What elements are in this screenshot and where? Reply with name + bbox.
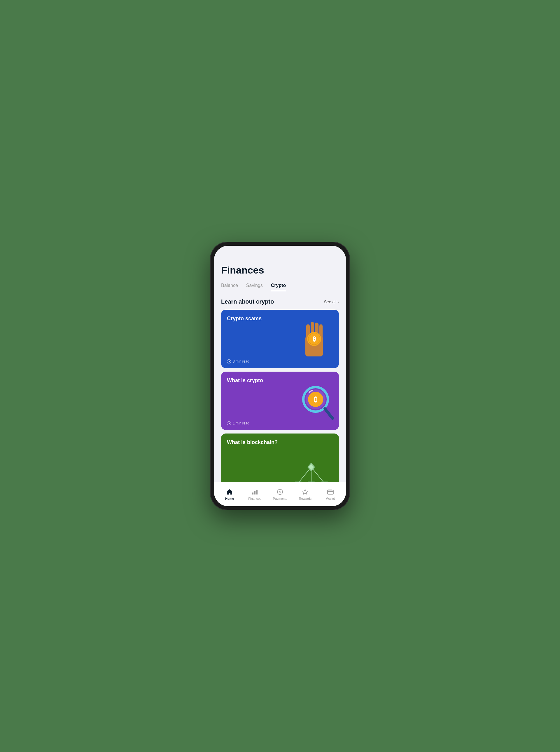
card-read-time: 1 min read xyxy=(227,421,249,425)
card-title: What is blockchain? xyxy=(227,439,278,445)
svg-rect-28 xyxy=(328,489,332,490)
svg-text:₿: ₿ xyxy=(314,395,317,403)
svg-rect-20 xyxy=(320,482,329,482)
nav-payments-label: Payments xyxy=(273,497,287,500)
section-header: Learn about crypto See all › xyxy=(221,298,339,305)
section-title: Learn about crypto xyxy=(221,298,274,305)
nav-finances[interactable]: Finances xyxy=(242,488,267,500)
nav-rewards[interactable]: Rewards xyxy=(293,488,318,500)
tab-balance[interactable]: Balance xyxy=(221,283,238,291)
clock-icon xyxy=(227,421,231,425)
nav-home[interactable]: Home xyxy=(217,488,242,500)
rewards-icon xyxy=(301,488,309,496)
svg-rect-21 xyxy=(252,493,254,495)
payments-icon: $ xyxy=(276,488,284,496)
phone-frame: Finances Balance Savings Crypto Learn ab… xyxy=(210,242,350,510)
svg-rect-26 xyxy=(327,490,333,494)
nav-wallet[interactable]: Wallet xyxy=(318,488,343,500)
cards-container: Crypto scams ₿ xyxy=(221,310,339,482)
svg-rect-22 xyxy=(254,491,256,495)
nav-finances-label: Finances xyxy=(248,497,261,500)
hand-bitcoin-illustration: ₿ xyxy=(295,313,333,359)
tab-crypto[interactable]: Crypto xyxy=(271,283,286,291)
card-what-is-crypto[interactable]: What is crypto ₿ xyxy=(221,372,339,430)
svg-rect-27 xyxy=(327,491,333,492)
card-title: Crypto scams xyxy=(227,315,262,322)
nav-wallet-label: Wallet xyxy=(326,497,335,500)
card-title: What is crypto xyxy=(227,378,263,384)
status-bar xyxy=(214,246,346,259)
phone-screen: Finances Balance Savings Crypto Learn ab… xyxy=(214,246,346,506)
blockchain-illustration xyxy=(292,463,330,482)
svg-text:₿: ₿ xyxy=(313,335,316,343)
nav-home-label: Home xyxy=(225,497,234,500)
content-area: Finances Balance Savings Crypto Learn ab… xyxy=(214,259,346,482)
tabs-bar: Balance Savings Crypto xyxy=(221,283,339,291)
svg-rect-18 xyxy=(294,482,302,482)
tab-savings[interactable]: Savings xyxy=(246,283,263,291)
nav-payments[interactable]: $ Payments xyxy=(267,488,293,500)
svg-rect-23 xyxy=(256,490,258,495)
card-blockchain[interactable]: What is blockchain? xyxy=(221,433,339,482)
magnifier-illustration: ₿ xyxy=(295,380,336,424)
clock-icon xyxy=(227,359,231,363)
svg-rect-19 xyxy=(307,482,316,482)
svg-text:$: $ xyxy=(279,490,281,494)
nav-rewards-label: Rewards xyxy=(299,497,312,500)
wallet-icon xyxy=(327,488,334,496)
bottom-nav: Home Finances $ xyxy=(214,482,346,506)
card-read-time: 3 min read xyxy=(227,359,249,363)
finances-icon xyxy=(251,488,259,496)
see-all-link[interactable]: See all › xyxy=(324,300,339,304)
svg-line-12 xyxy=(325,409,333,418)
page-title: Finances xyxy=(221,265,339,276)
home-icon xyxy=(226,488,233,496)
card-crypto-scams[interactable]: Crypto scams ₿ xyxy=(221,310,339,368)
